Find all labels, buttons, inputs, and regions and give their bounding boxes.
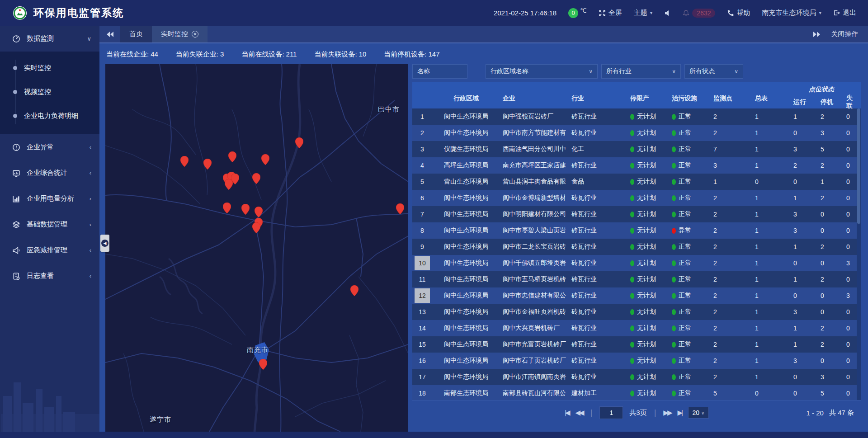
map-pin-icon[interactable] <box>350 285 359 296</box>
sidebar-item-2[interactable]: 企业综合统计‹ <box>0 160 99 186</box>
table-row[interactable]: 2阆中生态环境局阆中市南方节能建材有砖瓦行业无计划正常21030 <box>412 125 861 141</box>
map-pin-icon[interactable] <box>252 173 260 184</box>
cell-company[interactable]: 西南油气田分公司川中 <box>500 145 569 153</box>
table-scrollbar[interactable] <box>857 108 861 400</box>
table-row[interactable]: 4高坪生态环境局南充市高坪区王家店建砖瓦行业无计划正常31220 <box>412 157 861 174</box>
table-row[interactable]: 9阆中生态环境局阆中市二龙长宝页岩砖砖瓦行业无计划正常21120 <box>412 239 861 255</box>
table-row[interactable]: 17阆中生态环境局阆中市江南镇阆南页岩砖瓦行业无计划正常21030 <box>412 369 861 385</box>
user-dropdown[interactable]: 南充市生态环境局▾ <box>762 9 821 17</box>
table-row[interactable]: 5营山生态环境局营山县润丰肉食品有限食品无计划正常10010 <box>412 174 861 190</box>
tab-realtime-monitor[interactable]: 实时监控 ✕ <box>152 26 208 42</box>
first-page-button[interactable]: |◀ <box>565 409 569 417</box>
cell-company[interactable]: 阆中强锐页岩砖厂 <box>500 113 569 121</box>
cell-district: 阆中生态环境局 <box>432 243 500 251</box>
map-pin-icon[interactable] <box>261 154 269 165</box>
region-select[interactable]: 行政区域名称∨ <box>486 64 598 79</box>
table-row[interactable]: 18南部生态环境局南部县砖瓦山河有限公建材加工无计划正常50050 <box>412 385 861 400</box>
sidebar-collapse-handle[interactable]: ◀ <box>100 235 109 252</box>
map-pin-icon[interactable] <box>396 203 404 214</box>
map-pin-icon[interactable] <box>228 151 236 162</box>
cell-district: 阆中生态环境局 <box>432 373 500 381</box>
table-row[interactable]: 12阆中生态环境局阆中市忠信建材有限公砖瓦行业无计划正常21003 <box>412 287 861 304</box>
map-pin-icon[interactable] <box>295 137 303 148</box>
map-pin-icon[interactable] <box>241 204 250 215</box>
sidebar-subitem-label: 实时监控 <box>24 64 51 72</box>
table-row[interactable]: 10阆中生态环境局阆中千佛镇五郎垭页岩砖瓦行业无计划正常21003 <box>412 255 861 271</box>
sidebar-item-4[interactable]: 基础数据管理‹ <box>0 212 99 237</box>
notifications[interactable]: 2632 <box>683 9 715 18</box>
cell-company[interactable]: 南充市高坪区王家店建 <box>500 161 569 170</box>
map-pin-icon[interactable] <box>259 359 267 370</box>
status-select[interactable]: 所有状态∨ <box>684 64 743 79</box>
cell-company[interactable]: 阆中市南方节能建材有 <box>500 129 569 137</box>
map-pin-icon[interactable] <box>225 179 233 190</box>
cell-company[interactable]: 阆中市二龙长宝页岩砖 <box>500 243 569 251</box>
cell-industry: 食品 <box>569 178 627 186</box>
cell-monitor-count: 2 <box>710 243 749 250</box>
map-pin-icon[interactable] <box>255 207 263 217</box>
close-tab-icon[interactable]: ✕ <box>192 31 198 38</box>
table-row[interactable]: 6阆中生态环境局阆中市金博瑞新型墙材砖瓦行业无计划正常21120 <box>412 190 861 206</box>
chevron-collapsed-icon: ‹ <box>90 247 91 254</box>
table-row[interactable]: 16阆中生态环境局阆中市石子页岩机砖厂砖瓦行业无计划正常21300 <box>412 353 861 369</box>
cell-company[interactable]: 阆中市江南镇阆南页岩 <box>500 373 569 381</box>
sidebar-item-3[interactable]: 企业用电量分析‹ <box>0 186 99 212</box>
table-row[interactable]: 7阆中生态环境局阆中明阳建材有限公司砖瓦行业无计划正常21300 <box>412 206 861 222</box>
last-page-button[interactable]: ▶| <box>677 409 681 417</box>
cell-company[interactable]: 阆中市石子页岩机砖厂 <box>500 357 569 365</box>
theme-dropdown[interactable]: 主题▾ <box>634 9 653 17</box>
sidebar-item-0[interactable]: 数据监测∨ <box>0 26 99 52</box>
table-row[interactable]: 11阆中生态环境局阆中市五马桥页岩机砖砖瓦行业无计划正常21120 <box>412 271 861 287</box>
cell-company[interactable]: 阆中明阳建材有限公司 <box>500 210 569 218</box>
scrollbar-thumb[interactable] <box>857 108 860 224</box>
sidebar-subitem[interactable]: 视频监控 <box>0 80 99 104</box>
mute-icon[interactable] <box>664 10 671 16</box>
industry-select[interactable]: 所有行业∨ <box>601 64 681 79</box>
tabs-scroll-right-button[interactable] <box>805 26 828 42</box>
chevron-down-icon: ∨ <box>589 68 593 75</box>
row-index: 18 <box>416 389 428 398</box>
page-number-input[interactable]: 1 <box>599 406 623 419</box>
table-row[interactable]: 13阆中生态环境局阆中市金福旺页岩机砖砖瓦行业无计划正常21300 <box>412 304 861 320</box>
stat-item: 当前失联企业:3 <box>176 50 224 59</box>
status-dot-green-icon <box>672 342 676 348</box>
close-operations-button[interactable]: 关闭操作 <box>828 26 868 42</box>
table-row[interactable]: 1阆中生态环境局阆中强锐页岩砖厂砖瓦行业无计划正常21120 <box>412 108 861 125</box>
cell-company[interactable]: 营山县润丰肉食品有限 <box>500 178 569 186</box>
cell-company[interactable]: 阆中市忠信建材有限公 <box>500 292 569 300</box>
sidebar-item-1[interactable]: 企业异常‹ <box>0 134 99 160</box>
cell-company[interactable]: 阆中市枣碧大梁山页岩 <box>500 226 569 235</box>
cell-halt-count: 2 <box>816 325 845 332</box>
sidebar-item-5[interactable]: 应急减排管理‹ <box>0 237 99 263</box>
next-page-button[interactable]: ▶▶ <box>663 409 671 417</box>
table-row[interactable]: 3仪陇生态环境局西南油气田分公司川中化工无计划正常71350 <box>412 141 861 157</box>
map-pin-icon[interactable] <box>180 156 189 167</box>
table-row[interactable]: 15阆中生态环境局阆中市光富页岩机砖厂砖瓦行业无计划正常21120 <box>412 336 861 353</box>
sidebar-subitem[interactable]: 实时监控 <box>0 56 99 80</box>
map-pin-icon[interactable] <box>223 203 231 213</box>
page-size-select[interactable]: 20∨ <box>688 407 709 419</box>
cell-company[interactable]: 阆中大兴页岩机砖厂 <box>500 324 569 332</box>
cell-company[interactable]: 阆中市金博瑞新型墙材 <box>500 194 569 202</box>
sidebar-item-6[interactable]: 日志查看‹ <box>0 263 99 289</box>
map-pin-icon[interactable] <box>203 159 212 170</box>
table-row[interactable]: 8阆中生态环境局阆中市枣碧大梁山页岩砖瓦行业无计划异常21300 <box>412 222 861 239</box>
map-panel[interactable]: 巴中市南充市遂宁市 <box>105 64 408 432</box>
sidebar-subitem[interactable]: 企业电力负荷明细 <box>0 104 99 128</box>
tabs-scroll-left-button[interactable] <box>99 26 120 42</box>
tab-home[interactable]: 首页 <box>120 26 152 42</box>
name-search-input[interactable]: 名称 <box>412 64 467 79</box>
cell-company[interactable]: 阆中市五马桥页岩机砖 <box>500 275 569 283</box>
cell-company[interactable]: 阆中市光富页岩机砖厂 <box>500 340 569 349</box>
logout-button[interactable]: 退出 <box>833 9 856 17</box>
cell-run-count: 1 <box>788 276 816 283</box>
map-pin-icon[interactable] <box>252 222 260 233</box>
cell-district: 阆中生态环境局 <box>432 357 500 365</box>
table-row[interactable]: 14阆中生态环境局阆中大兴页岩机砖厂砖瓦行业无计划正常21120 <box>412 320 861 336</box>
cell-company[interactable]: 南部县砖瓦山河有限公 <box>500 389 569 397</box>
prev-page-button[interactable]: ◀◀ <box>576 409 583 417</box>
cell-company[interactable]: 阆中市金福旺页岩机砖 <box>500 308 569 316</box>
fullscreen-button[interactable]: 全屏 <box>599 9 622 17</box>
help-button[interactable]: 帮助 <box>727 9 750 17</box>
cell-company[interactable]: 阆中千佛镇五郎垭页岩 <box>500 259 569 267</box>
